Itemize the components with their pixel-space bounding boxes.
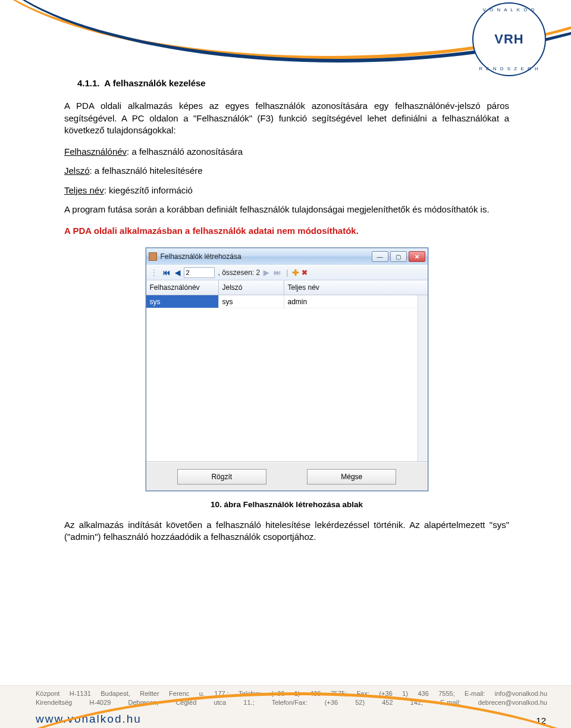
toolbar-grip: ⋮: [149, 268, 159, 277]
cancel-button[interactable]: Mégse: [307, 469, 396, 485]
def-password: Jelszó: a felhasználó hitelesítésére: [64, 165, 509, 177]
def-fullname-label: Teljes név: [64, 185, 104, 195]
brand-logo-arc-top: V O N A L K Ó D: [483, 7, 536, 13]
record-navigator: ⋮ ⏮ ◀ , összesen: 2 ▶ ⏭ | ✚ ✖: [146, 265, 428, 280]
def-fullname-value: : kiegészítő információ: [104, 185, 193, 195]
grid-body: sys sys admin: [146, 295, 428, 462]
cell-password[interactable]: sys: [219, 295, 284, 308]
section-title: A felhasználók kezelése: [104, 78, 205, 88]
paragraph-warning: A PDA oldali alkalmazásban a felhasználó…: [64, 225, 509, 237]
brand-logo-circle: V O N A L K Ó D VRH R E N D S Z E R H: [472, 2, 546, 76]
def-password-value: : a felhasználó hitelesítésére: [90, 165, 203, 176]
vertical-scrollbar[interactable]: [418, 295, 428, 461]
nav-prev-icon[interactable]: ◀: [174, 268, 181, 277]
def-fullname: Teljes név: kiegészítő információ: [64, 185, 509, 196]
def-username: Felhasználónév: a felhasználó azonosítás…: [64, 146, 509, 158]
save-button[interactable]: Rögzít: [177, 469, 266, 485]
page-footer: Központ H-1131 Budapest, Reitter Ferenc …: [0, 685, 571, 728]
nav-last-icon[interactable]: ⏭: [272, 268, 282, 277]
section-number: 4.1.1.: [77, 78, 100, 88]
dialog-button-row: Rögzít Mégse: [146, 462, 428, 490]
page-content: 4.1.1. A felhasználók kezelése A PDA old…: [64, 77, 509, 552]
def-password-label: Jelszó: [64, 165, 90, 176]
paragraph-intro: A PDA oldali alkalmazás képes az egyes f…: [64, 100, 509, 136]
maximize-button[interactable]: ▢: [390, 251, 407, 262]
window-app-icon: [149, 252, 157, 261]
window-title: Felhasználók létrehozása: [161, 252, 372, 261]
col-header-fullname[interactable]: Teljes név: [284, 280, 428, 295]
add-record-icon[interactable]: ✚: [292, 267, 299, 279]
close-button[interactable]: ✕: [409, 251, 425, 262]
nav-first-icon[interactable]: ⏮: [162, 268, 171, 277]
brand-logo: V O N A L K Ó D VRH R E N D S Z E R H: [472, 2, 550, 80]
grid-header-row: Felhasználónév Jelszó Teljes név: [146, 280, 428, 295]
record-total-label: , összesen: 2: [218, 268, 261, 277]
window-control-group: — ▢ ✕: [372, 251, 425, 262]
grid-row[interactable]: sys sys admin: [146, 295, 428, 308]
titlebar: Felhasználók létrehozása — ▢ ✕: [146, 248, 428, 265]
nav-next-icon[interactable]: ▶: [262, 268, 270, 277]
minimize-button[interactable]: —: [372, 251, 388, 262]
embedded-window: Felhasználók létrehozása — ▢ ✕ ⋮ ⏮ ◀ , ö…: [146, 248, 428, 491]
delete-record-icon[interactable]: ✖: [302, 268, 308, 277]
paragraph-visible: A program futása során a korábban defini…: [64, 204, 509, 215]
data-grid: Felhasználónév Jelszó Teljes név sys sys…: [146, 280, 428, 462]
cell-username[interactable]: sys: [146, 295, 219, 308]
paragraph-closing: Az alkalmazás indítását követően a felha…: [64, 519, 509, 543]
toolbar-separator: |: [284, 268, 290, 277]
brand-logo-arc-bottom: R E N D S Z E R H: [479, 66, 539, 71]
record-position-input[interactable]: [184, 267, 215, 278]
cell-fullname[interactable]: admin: [284, 295, 428, 308]
section-heading: 4.1.1. A felhasználók kezelése: [77, 77, 509, 89]
def-username-value: : a felhasználó azonosítására: [127, 146, 243, 157]
def-username-label: Felhasználónév: [64, 146, 127, 157]
col-header-password[interactable]: Jelszó: [219, 280, 284, 295]
figure-caption: 10. ábra Felhasználók létrehozása ablak: [64, 499, 509, 510]
col-header-username[interactable]: Felhasználónév: [146, 280, 219, 295]
brand-logo-text: VRH: [494, 32, 523, 47]
